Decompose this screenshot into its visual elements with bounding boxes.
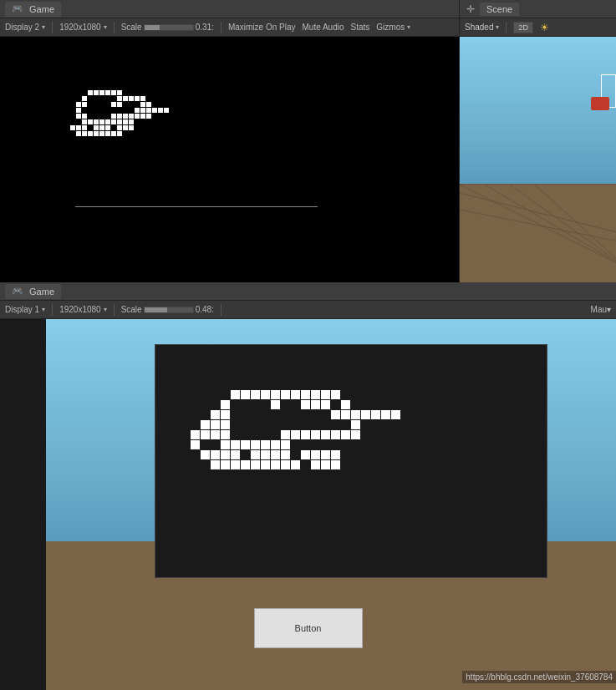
resolution-arrow-top: ▾ <box>104 23 107 31</box>
separator-1 <box>52 22 53 33</box>
scale-bar-bottom[interactable] <box>144 307 194 313</box>
game-viewport-top <box>0 37 459 282</box>
ui-button-label: Button <box>295 623 322 633</box>
scale-fill-bottom <box>145 307 168 312</box>
maximize-label-bottom: Mau▾ <box>591 305 611 314</box>
display-label-bottom: Display 1 <box>5 305 39 314</box>
game-tab-label-bottom: Game <box>29 286 54 296</box>
gizmos-label: Gizmos <box>376 23 405 32</box>
maximize-on-play-top[interactable]: Maximize On Play <box>228 23 296 32</box>
game-panel-top: 🎮 Game Display 2 ▾ 1920x1080 ▾ Scale 0.3… <box>0 0 460 282</box>
pixel-logo-bottom <box>181 370 448 537</box>
resolution-selector-bottom[interactable]: 1920x1080 ▾ <box>59 305 107 314</box>
top-section: 🎮 Game Display 2 ▾ 1920x1080 ▾ Scale 0.3… <box>0 0 616 282</box>
scale-label-bottom: Scale <box>121 305 142 314</box>
mute-audio-top[interactable]: Mute Audio <box>302 23 344 32</box>
resolution-label-bottom: 1920x1080 <box>59 305 101 314</box>
separator-b1 <box>52 304 53 316</box>
svg-line-4 <box>460 193 616 235</box>
left-panel <box>0 319 46 690</box>
display-label-top: Display 2 <box>5 23 39 32</box>
svg-line-3 <box>535 185 616 268</box>
maximize-bottom[interactable]: Mau▾ <box>591 305 611 314</box>
scene-tab-label: Scene <box>486 4 512 14</box>
scale-display-top: Scale 0.31: <box>121 23 214 32</box>
display-overlay <box>155 344 547 578</box>
game-tab-label-top: Game <box>29 3 54 13</box>
game-tab-bar-bottom: 🎮 Game <box>0 282 616 301</box>
stats-label: Stats <box>351 23 370 32</box>
game-toolbar-top: Display 2 ▾ 1920x1080 ▾ Scale 0.31: Maxi… <box>0 18 459 37</box>
display-arrow-top: ▾ <box>42 23 45 31</box>
mode-2d-button[interactable]: 2D <box>513 22 533 33</box>
stats-top[interactable]: Stats <box>351 23 370 32</box>
scale-bar-top[interactable] <box>144 24 194 31</box>
resolution-arrow-bottom: ▾ <box>104 306 107 313</box>
scene-tab-bar: ✛ Scene <box>460 0 616 18</box>
separator-s1 <box>506 22 507 33</box>
gizmos-top[interactable]: Gizmos ▾ <box>376 23 410 32</box>
game-tab-bottom[interactable]: 🎮 Game <box>5 284 61 299</box>
scene-toolbar: Shaded ▾ 2D ☀ <box>460 18 616 37</box>
scene-grid-lines <box>460 185 616 282</box>
separator-2 <box>114 22 115 33</box>
scene-ground <box>460 184 616 282</box>
svg-line-5 <box>460 210 616 243</box>
pixel-logo-top <box>59 79 276 154</box>
svg-line-1 <box>485 185 616 268</box>
bottom-section: 🎮 Game Display 1 ▾ 1920x1080 ▾ Scale 0.4… <box>0 282 616 690</box>
scale-value-bottom: 0.48: <box>196 305 214 314</box>
gamepad-icon-bottom: 🎮 <box>12 286 23 297</box>
scene-object-red <box>591 97 609 110</box>
display-selector-top[interactable]: Display 2 ▾ <box>5 23 45 32</box>
game-toolbar-bottom: Display 1 ▾ 1920x1080 ▾ Scale 0.48: Mau▾ <box>0 301 616 319</box>
display-selector-bottom[interactable]: Display 1 ▾ <box>5 305 45 314</box>
resolution-selector-top[interactable]: 1920x1080 ▾ <box>59 23 107 32</box>
separator-b3 <box>221 304 221 316</box>
ui-button[interactable]: Button <box>254 608 363 648</box>
display-arrow-bottom: ▾ <box>42 306 45 313</box>
scene-tab[interactable]: Scene <box>480 3 519 16</box>
svg-line-2 <box>510 185 616 268</box>
shaded-arrow: ▾ <box>496 23 499 31</box>
scene-panel-top: ✛ Scene Shaded ▾ 2D ☀ <box>460 0 616 282</box>
svg-line-0 <box>460 185 616 268</box>
gizmos-arrow: ▾ <box>407 23 410 31</box>
scale-label-top: Scale <box>121 23 142 32</box>
scale-display-bottom: Scale 0.48: <box>121 305 214 314</box>
game-tab-bar-top: 🎮 Game <box>0 0 459 18</box>
separator-b2 <box>114 304 115 316</box>
gamepad-icon: 🎮 <box>12 3 23 15</box>
resolution-label-top: 1920x1080 <box>59 23 101 32</box>
maximize-on-play-label: Maximize On Play <box>228 23 296 32</box>
sky-gradient <box>460 37 616 184</box>
game-tab-top[interactable]: 🎮 Game <box>5 2 61 17</box>
horizontal-line-top <box>75 206 318 207</box>
game-panel-bottom: 🎮 Game Display 1 ▾ 1920x1080 ▾ Scale 0.4… <box>0 282 616 690</box>
light-icon: ☀ <box>540 22 549 33</box>
game-viewport-bottom: Button https://bhblg.csdn.net/weixin_376… <box>0 319 616 690</box>
watermark-text: https://bhblg.csdn.net/weixin_37608784 <box>466 672 613 682</box>
separator-3 <box>221 22 221 33</box>
shaded-selector[interactable]: Shaded ▾ <box>465 23 499 32</box>
plus-icon: ✛ <box>465 3 476 15</box>
scale-fill-top <box>145 25 160 30</box>
watermark: https://bhblg.csdn.net/weixin_37608784 <box>462 671 616 683</box>
scene-viewport <box>460 37 616 282</box>
shaded-label: Shaded <box>465 23 493 32</box>
scale-value-top: 0.31: <box>196 23 214 32</box>
mute-audio-label: Mute Audio <box>302 23 344 32</box>
